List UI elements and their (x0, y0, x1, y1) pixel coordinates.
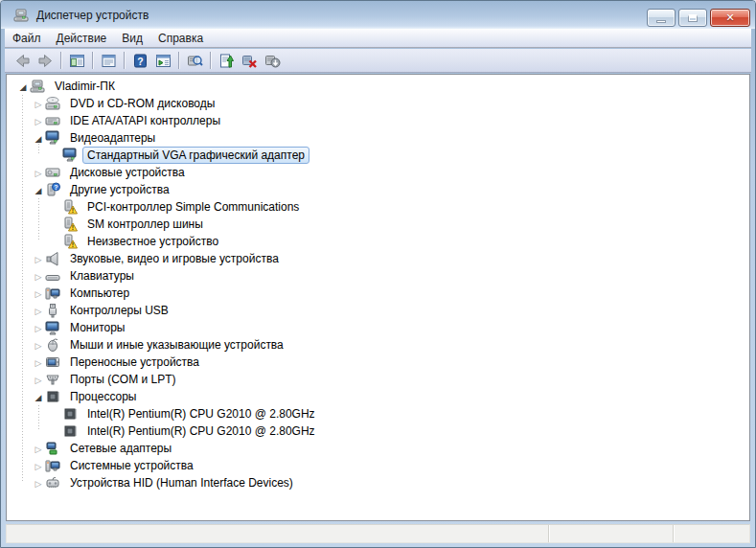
tree-item-network-adapters[interactable]: Сетевые адаптеры (7, 440, 749, 457)
tree-item-label[interactable]: Мыши и иные указывающие устройства (65, 336, 288, 354)
window-title: Диспетчер устройств (36, 9, 149, 22)
tree-item-label-selected[interactable]: Стандартный VGA графический адаптер (82, 147, 309, 164)
tree-item-label[interactable]: Мониторы (65, 319, 129, 336)
title-bar[interactable]: Диспетчер устройств (1, 1, 755, 29)
tree-item-ports[interactable]: Порты (COM и LPT) (7, 371, 749, 388)
tree-item-label[interactable]: IDE ATA/ATAPI контроллеры (65, 112, 225, 129)
tree-item-label[interactable]: Порты (COM и LPT) (65, 371, 181, 388)
tree-item-cpu-2[interactable]: Intel(R) Pentium(R) CPU G2010 @ 2.80GHz (7, 422, 749, 440)
tree-item-label[interactable]: Процессоры (65, 388, 142, 405)
device-warning-icon (62, 199, 78, 215)
tree-item-unknown-device[interactable]: Неизвестное устройство (7, 233, 749, 250)
tree-item-portable-devices[interactable]: Переносные устройства (7, 354, 749, 371)
minimize-button[interactable] (647, 9, 676, 27)
toolbar-separator (178, 52, 179, 69)
forward-button[interactable] (34, 50, 57, 71)
tree-item-video-adapters[interactable]: Видеоадаптеры (7, 129, 749, 147)
update-driver-button[interactable] (215, 50, 238, 71)
tree-item-hid-devices[interactable]: Устройства HID (Human Interface Devices) (7, 474, 749, 491)
speaker-icon (45, 251, 60, 266)
tree-item-label[interactable]: Видеоадаптеры (65, 129, 160, 147)
menu-help[interactable]: Справка (150, 30, 211, 47)
system-device-icon (45, 458, 60, 473)
unknown-device-question-icon (45, 182, 60, 197)
maximize-button[interactable] (678, 9, 707, 27)
properties-button[interactable] (97, 50, 120, 71)
menu-action[interactable]: Действие (49, 30, 115, 47)
help-button[interactable] (128, 50, 151, 71)
tree-item-computer[interactable]: Компьютер (7, 285, 749, 302)
menu-view[interactable]: Вид (114, 30, 150, 47)
device-tree: Vladimir-ПК DVD и CD-ROM дисководы IDE A… (7, 75, 749, 491)
show-action-pane-button[interactable] (151, 50, 174, 71)
tree-item-label[interactable]: Intel(R) Pentium(R) CPU G2010 @ 2.80GHz (82, 405, 320, 422)
tree-item-system-devices[interactable]: Системные устройства (7, 457, 749, 474)
tree-item-label[interactable]: Системные устройства (65, 457, 198, 474)
expander-collapsed-icon[interactable] (32, 250, 45, 268)
expander-collapsed-icon[interactable] (32, 457, 45, 475)
tree-item-label[interactable]: Другие устройства (65, 181, 174, 198)
tree-item-label[interactable]: SM контроллер шины (82, 216, 208, 233)
tree-item-vladimir-pk[interactable]: Vladimir-ПК (7, 78, 749, 95)
tree-line (22, 95, 23, 483)
scan-hardware-changes-button[interactable] (261, 50, 284, 71)
expander-collapsed-icon[interactable] (32, 164, 45, 182)
expander-collapsed-icon[interactable] (32, 302, 45, 320)
show-console-tree-button[interactable] (65, 50, 88, 71)
tree-item-cpu-1[interactable]: Intel(R) Pentium(R) CPU G2010 @ 2.80GHz (7, 405, 749, 422)
expander-collapsed-icon[interactable] (32, 285, 45, 303)
tree-item-label[interactable]: Переносные устройства (65, 354, 204, 371)
expander-collapsed-icon[interactable] (32, 319, 45, 337)
device-manager-icon (13, 8, 29, 23)
tree-item-label[interactable]: Дисковые устройства (65, 164, 190, 181)
tree-item-processors[interactable]: Процессоры (7, 388, 749, 405)
tree-item-label[interactable]: Неизвестное устройство (82, 233, 223, 250)
tree-item-label[interactable]: DVD и CD-ROM дисководы (65, 95, 219, 112)
tree-item-monitors[interactable]: Мониторы (7, 319, 749, 336)
tree-item-label[interactable]: Устройства HID (Human Interface Devices) (65, 474, 298, 491)
tree-item-pci-controller[interactable]: PCI-контроллер Simple Communications (7, 198, 749, 216)
expander-expanded-icon[interactable] (32, 181, 45, 199)
expander-expanded-icon[interactable] (16, 78, 30, 96)
tree-item-sm-bus[interactable]: SM контроллер шины (7, 216, 749, 233)
tree-item-usb-controllers[interactable]: Контроллеры USB (7, 302, 749, 319)
tree-item-label[interactable]: Звуковые, видео и игровые устройства (65, 250, 284, 267)
tree-item-sound-video-game[interactable]: Звуковые, видео и игровые устройства (7, 250, 749, 267)
expander-collapsed-icon[interactable] (32, 474, 45, 492)
tree-item-label[interactable]: Клавиатуры (65, 267, 139, 285)
expander-collapsed-icon[interactable] (32, 267, 45, 285)
tree-item-ide-ata[interactable]: IDE ATA/ATAPI контроллеры (7, 112, 749, 129)
device-tree-panel[interactable]: Vladimir-ПК DVD и CD-ROM дисководы IDE A… (6, 74, 750, 521)
tree-item-label[interactable]: PCI-контроллер Simple Communications (82, 198, 304, 216)
tree-item-label[interactable]: Контроллеры USB (65, 302, 173, 319)
close-icon (725, 12, 734, 23)
tree-item-disk-drives[interactable]: Дисковые устройства (7, 164, 749, 181)
uninstall-device-icon (241, 53, 258, 69)
expander-collapsed-icon[interactable] (32, 336, 45, 354)
expander-collapsed-icon[interactable] (32, 112, 45, 130)
tree-item-mice[interactable]: Мыши и иные указывающие устройства (7, 336, 749, 354)
tree-item-label[interactable]: Компьютер (65, 285, 134, 302)
menu-file[interactable]: Файл (5, 30, 49, 47)
tree-line (38, 198, 39, 241)
tree-item-dvd-cdrom[interactable]: DVD и CD-ROM дисководы (7, 95, 749, 112)
tree-line (38, 144, 39, 155)
expander-collapsed-icon[interactable] (32, 371, 45, 389)
expander-expanded-icon[interactable] (32, 388, 45, 406)
menu-bar: Файл Действие Вид Справка (5, 29, 751, 48)
video-adapter-icon (45, 130, 60, 146)
search-devices-button[interactable] (183, 50, 206, 71)
tree-item-standard-vga[interactable]: Стандартный VGA графический адаптер (7, 147, 749, 164)
back-button[interactable] (11, 50, 34, 71)
expander-collapsed-icon[interactable] (32, 440, 45, 458)
expander-collapsed-icon[interactable] (32, 95, 45, 113)
tree-item-other-devices[interactable]: Другие устройства (7, 181, 749, 198)
status-pane-tertiary (673, 525, 749, 542)
tree-item-label[interactable]: Vladimir-ПК (50, 78, 120, 95)
close-button[interactable] (710, 9, 750, 27)
tree-item-label[interactable]: Сетевые адаптеры (65, 440, 176, 457)
tree-item-label[interactable]: Intel(R) Pentium(R) CPU G2010 @ 2.80GHz (82, 422, 320, 440)
tree-item-keyboards[interactable]: Клавиатуры (7, 267, 749, 285)
expander-collapsed-icon[interactable] (32, 354, 45, 372)
uninstall-device-button[interactable] (238, 50, 261, 71)
